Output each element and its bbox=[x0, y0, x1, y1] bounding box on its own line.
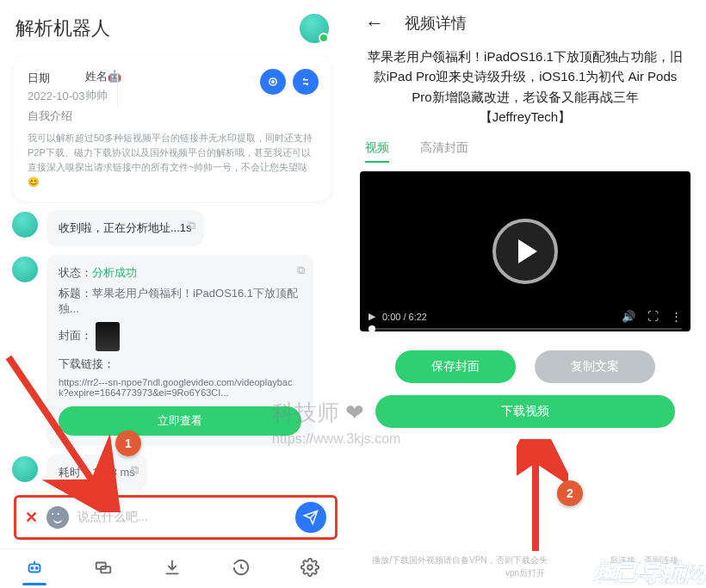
tab-hd-cover[interactable]: 高清封面 bbox=[420, 140, 468, 161]
self-intro-label: 自我介绍 bbox=[28, 108, 317, 124]
video-progress[interactable] bbox=[368, 328, 682, 330]
copy-icon[interactable]: ⧉ bbox=[297, 263, 305, 277]
date-label: 日期 bbox=[28, 71, 85, 86]
video-time: 0:00 / 6:22 bbox=[382, 312, 427, 322]
message-2: ⧉ 状态：分析成功 标题：苹果老用户领福利！iPadOS16.1下放顶配独...… bbox=[12, 255, 332, 446]
svg-point-3 bbox=[31, 567, 33, 569]
left-panel: 解析机器人 日期 2022-10-03 姓名🤖 帅帅 bbox=[0, 0, 344, 588]
nav-settings-icon[interactable] bbox=[300, 558, 319, 580]
bot-avatar bbox=[12, 257, 38, 282]
svg-point-1 bbox=[272, 81, 274, 83]
date-value: 2022-10-03 bbox=[28, 90, 85, 102]
intro-description: 我可以解析超过50多种短视频平台的链接并无水印提取，同时还支持P2P下载、磁力下… bbox=[28, 131, 317, 189]
bot-avatar bbox=[12, 212, 38, 238]
svg-point-7 bbox=[307, 565, 313, 570]
back-arrow-icon[interactable]: ← bbox=[365, 12, 384, 34]
message-input[interactable]: 说点什么吧... bbox=[77, 510, 295, 525]
bottom-nav bbox=[0, 548, 344, 588]
step-badge-2: 2 bbox=[557, 480, 583, 506]
swap-button[interactable] bbox=[293, 69, 319, 95]
nav-folder-icon[interactable] bbox=[94, 558, 113, 580]
fullscreen-icon[interactable]: ⛶ bbox=[647, 310, 659, 323]
emoji-icon[interactable] bbox=[46, 506, 69, 529]
nav-download-icon[interactable] bbox=[163, 558, 182, 580]
tabs: 视频 高清封面 bbox=[360, 140, 691, 171]
copy-text-button[interactable]: 复制文案 bbox=[535, 350, 655, 383]
save-cover-button[interactable]: 保存封面 bbox=[395, 350, 516, 383]
view-now-button[interactable]: 立即查看 bbox=[59, 406, 301, 436]
left-header: 解析机器人 bbox=[0, 0, 344, 52]
bot-avatar-header[interactable] bbox=[300, 14, 329, 43]
nav-history-icon[interactable] bbox=[232, 558, 251, 580]
message-1: ⧉ 收到啦，正在分析地址...1s bbox=[12, 210, 332, 246]
name-value: 帅帅 bbox=[85, 88, 121, 103]
volume-icon[interactable]: 🔊 bbox=[622, 310, 635, 323]
download-video-button[interactable]: 下载视频 bbox=[375, 395, 675, 428]
detail-title: 视频详情 bbox=[405, 13, 467, 34]
video-controls: ▶ 0:00 / 6:22 🔊 ⛶ ⋮ bbox=[360, 310, 691, 326]
play-icon[interactable] bbox=[492, 219, 558, 284]
send-button[interactable] bbox=[295, 502, 326, 533]
message-bubble: ⧉ 耗时：1368 ms bbox=[46, 455, 147, 491]
play-small-icon[interactable]: ▶ bbox=[368, 311, 375, 322]
more-icon[interactable]: ⋮ bbox=[671, 310, 682, 323]
corner-brand: 坦己导航网 bbox=[594, 558, 706, 588]
nav-bot-icon[interactable] bbox=[25, 558, 44, 580]
cover-thumbnail[interactable] bbox=[96, 322, 120, 351]
message-bubble: ⧉ 状态：分析成功 标题：苹果老用户领福利！iPadOS16.1下放顶配独...… bbox=[46, 255, 313, 446]
step-badge-1: 1 bbox=[115, 430, 141, 456]
refresh-button[interactable] bbox=[260, 69, 286, 95]
video-description: 苹果老用户领福利！iPadOS16.1下放顶配独占功能，旧款iPad Pro迎来… bbox=[360, 43, 691, 140]
tab-video[interactable]: 视频 bbox=[365, 140, 389, 161]
copy-icon[interactable]: ⧉ bbox=[131, 463, 139, 477]
bot-avatar bbox=[12, 456, 38, 482]
name-label: 姓名🤖 bbox=[85, 69, 121, 84]
download-link-text: https://rr2---sn-npoe7ndl.googlevideo.co… bbox=[59, 377, 301, 398]
copy-icon[interactable]: ⧉ bbox=[188, 219, 195, 232]
svg-point-4 bbox=[36, 567, 38, 569]
close-icon[interactable]: ✕ bbox=[25, 508, 38, 527]
intro-card: 日期 2022-10-03 姓名🤖 帅帅 自我介绍 我可以解析超过50多种短视频… bbox=[14, 57, 331, 201]
right-header: ← 视频详情 bbox=[360, 0, 691, 43]
input-bar: ✕ 说点什么吧... bbox=[14, 495, 338, 540]
app-title: 解析机器人 bbox=[15, 15, 110, 41]
message-3: ⧉ 耗时：1368 ms bbox=[12, 455, 332, 491]
right-panel: ← 视频详情 苹果老用户领福利！iPadOS16.1下放顶配独占功能，旧款iPa… bbox=[344, 0, 706, 588]
message-bubble: ⧉ 收到啦，正在分析地址...1s bbox=[46, 210, 204, 246]
video-player[interactable]: ▶ 0:00 / 6:22 🔊 ⛶ ⋮ bbox=[360, 171, 691, 331]
